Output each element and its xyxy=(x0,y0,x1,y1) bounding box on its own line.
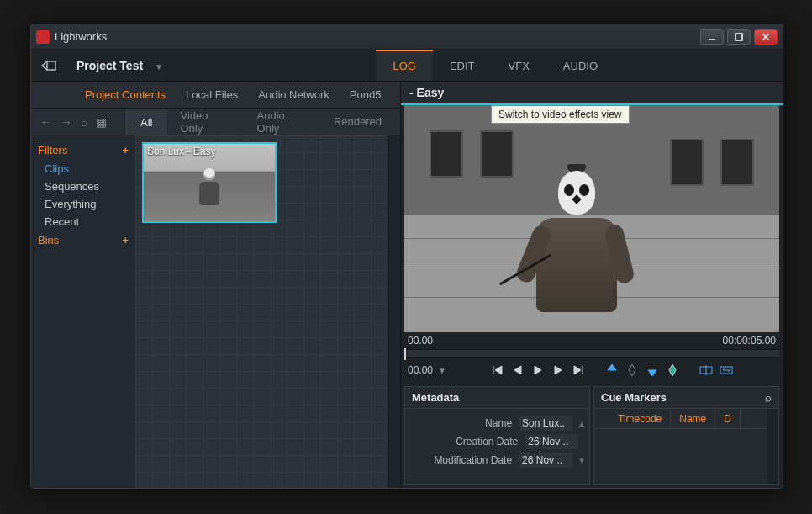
col-name[interactable]: Name xyxy=(671,409,715,428)
tree-recent[interactable]: Recent xyxy=(31,213,135,231)
app-title: Lightworks xyxy=(55,30,700,43)
minimize-button[interactable] xyxy=(700,29,724,45)
thumbnail-grid[interactable]: Son Lux - Easy xyxy=(135,135,388,488)
timeline-track[interactable] xyxy=(404,349,779,358)
replace-icon[interactable] xyxy=(717,361,736,379)
clip-thumbnail[interactable]: Son Lux - Easy xyxy=(142,142,277,223)
tree-sequences[interactable]: Sequences xyxy=(31,178,135,195)
mode-log[interactable]: LOG xyxy=(376,50,432,81)
content-browser: Project Contents Local Files Audio Netwo… xyxy=(31,82,401,488)
chevron-down-icon: ▼ xyxy=(155,62,163,72)
current-timecode: 00.00 xyxy=(408,364,433,376)
timecode-dropdown-icon[interactable]: ▼ xyxy=(438,366,446,375)
tab-pond5[interactable]: Pond5 xyxy=(340,82,392,108)
mode-edit[interactable]: EDIT xyxy=(433,50,492,81)
tree-everything[interactable]: Everything xyxy=(31,195,135,213)
history-back-icon[interactable]: ← xyxy=(36,115,56,129)
search-icon[interactable]: ⌕ xyxy=(76,115,92,129)
col-d[interactable]: D xyxy=(715,409,741,428)
tab-audio-network[interactable]: Audio Network xyxy=(248,82,340,108)
tab-project-contents[interactable]: Project Contents xyxy=(75,82,176,108)
tab-local-files[interactable]: Local Files xyxy=(176,82,248,108)
time-end: 00:00:05.00 xyxy=(723,335,776,347)
goto-start-icon[interactable] xyxy=(488,361,507,379)
titlebar: Lightworks xyxy=(31,24,783,50)
scroll-up-icon[interactable]: ▲ xyxy=(572,419,586,428)
filter-video-only[interactable]: Video Only xyxy=(166,109,243,135)
maximize-button[interactable] xyxy=(727,29,751,45)
filter-rendered[interactable]: Rendered xyxy=(320,109,395,135)
svg-rect-1 xyxy=(736,34,742,40)
window-buttons xyxy=(700,29,778,45)
mark-out-icon[interactable] xyxy=(643,361,662,379)
list-view-icon[interactable]: ▦ xyxy=(92,115,111,129)
insert-icon[interactable] xyxy=(697,361,715,379)
history-fwd-icon[interactable]: → xyxy=(56,115,76,129)
tooltip: Switch to video effects view xyxy=(491,105,630,124)
filter-audio-only[interactable]: Audio Only xyxy=(244,109,320,135)
meta-row: Modification Date 26 Nov .. ▼ xyxy=(409,451,586,469)
back-button[interactable] xyxy=(31,50,65,81)
metadata-header: Metadata xyxy=(405,387,589,409)
bins-header[interactable]: Bins + xyxy=(31,231,135,250)
clear-marks-icon[interactable] xyxy=(623,361,641,379)
cue-header: Cue Markers ⌕ xyxy=(594,387,778,409)
transport-controls: 00.00 ▼ xyxy=(401,358,783,383)
playhead-marker[interactable] xyxy=(404,348,406,360)
mode-tabs: LOG EDIT VFX AUDIO xyxy=(376,50,614,81)
source-tabs: Project Contents Local Files Audio Netwo… xyxy=(31,82,400,109)
goto-end-icon[interactable] xyxy=(569,361,588,379)
project-name: Project Test xyxy=(76,59,143,72)
body: Project Contents Local Files Audio Netwo… xyxy=(31,82,783,488)
cue-scrollbar[interactable] xyxy=(767,409,778,484)
mark-in-icon[interactable] xyxy=(603,361,621,379)
browser-toolbar: ← → ⌕ ▦ All Video Only Audio Only Render… xyxy=(31,109,400,135)
app-window: Lightworks Project Test ▼ LOG EDIT VFX A… xyxy=(30,24,783,489)
filters-header[interactable]: Filters + xyxy=(31,140,135,160)
close-button[interactable] xyxy=(754,29,778,45)
metadata-body: Name Son Lux.. ▲ Creation Date 26 Nov ..… xyxy=(405,409,589,474)
tree-panel: Filters + Clips Sequences Everything Rec… xyxy=(31,135,135,488)
meta-row: Creation Date 26 Nov .. xyxy=(409,432,586,451)
cue-columns: Timecode Name D xyxy=(594,409,767,429)
grid-scrollbar[interactable] xyxy=(388,135,400,488)
viewer-panel: - Easy 00.00 xyxy=(401,82,783,488)
filter-all[interactable]: All xyxy=(126,109,166,135)
add-bin-icon[interactable]: + xyxy=(122,234,129,246)
search-icon[interactable]: ⌕ xyxy=(765,391,772,404)
viewer-title: - Easy xyxy=(401,82,783,105)
col-timecode[interactable]: Timecode xyxy=(609,409,671,428)
lower-panels: Metadata Name Son Lux.. ▲ Creation Date … xyxy=(401,383,783,488)
cue-markers-panel: Cue Markers ⌕ Timecode Name D xyxy=(593,386,779,485)
add-filter-icon[interactable]: + xyxy=(122,144,129,156)
meta-row: Name Son Lux.. ▲ xyxy=(409,414,586,432)
mode-vfx[interactable]: VFX xyxy=(492,50,546,81)
svg-rect-4 xyxy=(47,61,55,70)
project-dropdown[interactable]: Project Test ▼ xyxy=(65,59,173,72)
timecode-bar: 00.00 00:00:05.00 xyxy=(401,332,783,349)
main-toolbar: Project Test ▼ LOG EDIT VFX AUDIO xyxy=(31,50,783,82)
video-viewer[interactable] xyxy=(404,105,779,332)
step-fwd-icon[interactable] xyxy=(549,361,567,379)
play-icon[interactable] xyxy=(529,361,547,379)
time-start: 00.00 xyxy=(408,335,433,347)
step-back-icon[interactable] xyxy=(509,361,527,379)
add-cue-icon[interactable] xyxy=(663,361,682,379)
clip-label: Son Lux - Easy xyxy=(147,146,215,157)
scroll-down-icon[interactable]: ▼ xyxy=(572,456,586,465)
filter-tabs: All Video Only Audio Only Rendered xyxy=(126,109,395,135)
browser-body: Filters + Clips Sequences Everything Rec… xyxy=(31,135,400,488)
tree-clips[interactable]: Clips xyxy=(31,160,135,178)
metadata-panel: Metadata Name Son Lux.. ▲ Creation Date … xyxy=(404,386,590,485)
mode-audio[interactable]: AUDIO xyxy=(546,50,614,81)
app-icon xyxy=(36,30,50,44)
